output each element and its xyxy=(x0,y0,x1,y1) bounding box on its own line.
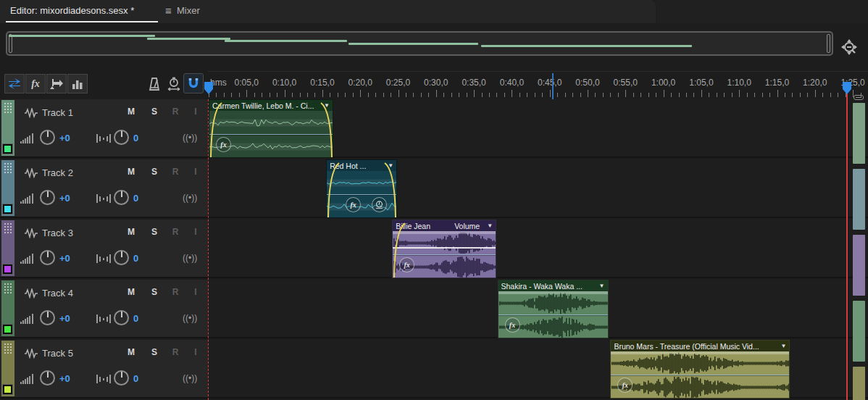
arm-record-button[interactable]: R xyxy=(169,347,182,357)
track-name[interactable]: Track 5 xyxy=(42,348,73,359)
volume-value[interactable]: +0 xyxy=(59,193,70,204)
mute-button[interactable]: M xyxy=(125,347,138,357)
clip-dropdown-icon[interactable]: ▼ xyxy=(388,162,393,169)
scrollbar-track-segment[interactable] xyxy=(853,367,865,400)
navigator-right-handle[interactable] xyxy=(827,34,830,53)
audio-clip[interactable]: Red Hot ... ▼ fx xyxy=(326,159,397,218)
track-name[interactable]: Track 2 xyxy=(42,167,73,178)
playhead-line-end[interactable] xyxy=(846,87,848,400)
solo-button[interactable]: S xyxy=(148,347,161,357)
metronome-icon[interactable] xyxy=(145,75,164,93)
clip-dropdown-icon[interactable]: ▼ xyxy=(780,343,786,349)
clip-header[interactable]: Billie Jean Volume ▼ xyxy=(393,220,496,231)
tab-editor[interactable]: Editor: mixordiadesons.sesx * xyxy=(10,5,134,16)
tab-mixer[interactable]: Mixer xyxy=(177,5,200,16)
track-color-chip[interactable] xyxy=(3,325,12,334)
pan-knob[interactable] xyxy=(114,370,129,386)
arm-record-button[interactable]: R xyxy=(169,287,182,297)
clip-header[interactable]: Red Hot ... ▼ xyxy=(327,160,396,171)
input-monitor-button[interactable]: I xyxy=(189,107,202,117)
input-monitor-button[interactable]: I xyxy=(189,227,202,237)
arm-record-button[interactable]: R xyxy=(169,227,182,237)
volume-knob[interactable] xyxy=(40,250,55,265)
volume-knob[interactable] xyxy=(40,310,55,325)
clip-header[interactable]: Shakira - Waka Waka ... ▼ xyxy=(498,280,608,291)
vertical-track-scrollbar[interactable] xyxy=(852,93,866,400)
scrollbar-track-segment[interactable] xyxy=(853,301,865,362)
track-color-strip[interactable] xyxy=(1,341,14,396)
track-color-chip[interactable] xyxy=(3,385,12,394)
clip-stretch-icon[interactable] xyxy=(164,75,183,93)
pan-value[interactable]: 0 xyxy=(133,193,138,204)
clip-dropdown-icon[interactable]: ▼ xyxy=(324,102,330,109)
arm-record-button[interactable]: R xyxy=(169,167,182,177)
pan-knob[interactable] xyxy=(114,310,129,325)
snap-toggle-button[interactable] xyxy=(183,73,204,93)
solo-button[interactable]: S xyxy=(148,227,161,237)
clip-fx-badge[interactable]: fx xyxy=(346,197,361,212)
volume-knob[interactable] xyxy=(40,370,55,386)
track-name[interactable]: Track 1 xyxy=(42,107,73,118)
clip-fx-badge[interactable]: fx xyxy=(216,137,231,152)
clip-fx-badge[interactable]: fx xyxy=(399,257,414,272)
volume-value[interactable]: +0 xyxy=(59,253,70,264)
input-monitor-button[interactable]: I xyxy=(189,167,202,177)
track-color-strip[interactable] xyxy=(1,220,14,276)
timeline-marker[interactable] xyxy=(552,73,554,99)
track-color-chip[interactable] xyxy=(3,204,12,214)
track-color-strip[interactable] xyxy=(1,160,14,216)
fx-rack-toggle-button[interactable]: fx xyxy=(25,74,46,93)
navigate-zoom-icon[interactable] xyxy=(839,38,861,59)
track-color-chip[interactable] xyxy=(3,264,12,274)
audio-clip[interactable]: Carmen Twillie, Lebo M. - Ci... ▼ fx xyxy=(209,99,333,158)
panel-menu-icon[interactable]: ≡ xyxy=(165,4,172,17)
pan-value[interactable]: 0 xyxy=(133,253,138,264)
mute-button[interactable]: M xyxy=(125,107,138,117)
zoom-navigator[interactable] xyxy=(6,31,833,56)
mute-button[interactable]: M xyxy=(125,227,138,237)
arm-record-button[interactable]: R xyxy=(169,107,182,117)
metering-tool-button[interactable] xyxy=(67,74,88,93)
track-color-strip[interactable] xyxy=(1,280,14,336)
mute-button[interactable]: M xyxy=(125,167,138,177)
clip-header[interactable]: Bruno Mars - Treasure (Official Music Vi… xyxy=(611,341,789,351)
playhead-line-start[interactable] xyxy=(208,99,209,400)
clip-stretch-badge[interactable] xyxy=(372,197,387,212)
scrollbar-track-segment[interactable] xyxy=(853,169,865,230)
volume-knob[interactable] xyxy=(40,130,55,145)
audio-clip[interactable]: Bruno Mars - Treasure (Official Music Vi… xyxy=(610,340,790,399)
solo-button[interactable]: S xyxy=(148,167,161,177)
audio-clip[interactable]: Shakira - Waka Waka ... ▼ fx xyxy=(498,280,609,338)
pan-value[interactable]: 0 xyxy=(133,133,138,143)
playhead-handle-end[interactable] xyxy=(842,81,852,95)
clip-dropdown-icon[interactable]: ▼ xyxy=(487,222,493,229)
move-tool-button[interactable] xyxy=(4,74,25,93)
scrollbar-track-segment[interactable] xyxy=(853,103,865,164)
clip-fx-badge[interactable]: fx xyxy=(505,317,520,333)
solo-button[interactable]: S xyxy=(148,107,161,117)
scrollbar-track-segment[interactable] xyxy=(853,235,865,296)
clip-header[interactable]: Carmen Twillie, Lebo M. - Ci... ▼ xyxy=(209,100,333,111)
volume-value[interactable]: +0 xyxy=(59,313,70,324)
mute-button[interactable]: M xyxy=(125,287,138,297)
pan-knob[interactable] xyxy=(114,130,129,145)
pan-knob[interactable] xyxy=(114,190,129,205)
clip-dropdown-icon[interactable]: ▼ xyxy=(599,283,605,289)
timeline-ruler[interactable]: hms 0:05,00:10,00:15,00:20,00:25,00:30,0… xyxy=(208,71,868,99)
pan-knob[interactable] xyxy=(114,250,129,265)
input-monitor-button[interactable]: I xyxy=(189,347,202,357)
track-name[interactable]: Track 4 xyxy=(42,288,73,299)
audio-clip[interactable]: Billie Jean Volume ▼ fx xyxy=(392,220,496,278)
pan-value[interactable]: 0 xyxy=(133,373,138,384)
solo-button[interactable]: S xyxy=(148,287,161,297)
input-monitor-button[interactable]: I xyxy=(189,287,202,297)
scrollbar-grip[interactable] xyxy=(854,95,864,100)
pan-value[interactable]: 0 xyxy=(133,313,138,324)
volume-value[interactable]: +0 xyxy=(59,373,70,384)
volume-value[interactable]: +0 xyxy=(59,133,70,143)
volume-envelope-line[interactable] xyxy=(393,247,496,249)
track-color-chip[interactable] xyxy=(3,144,12,154)
track-color-strip[interactable] xyxy=(1,100,14,156)
playhead-handle-start[interactable] xyxy=(204,81,214,95)
track-name[interactable]: Track 3 xyxy=(42,228,73,238)
